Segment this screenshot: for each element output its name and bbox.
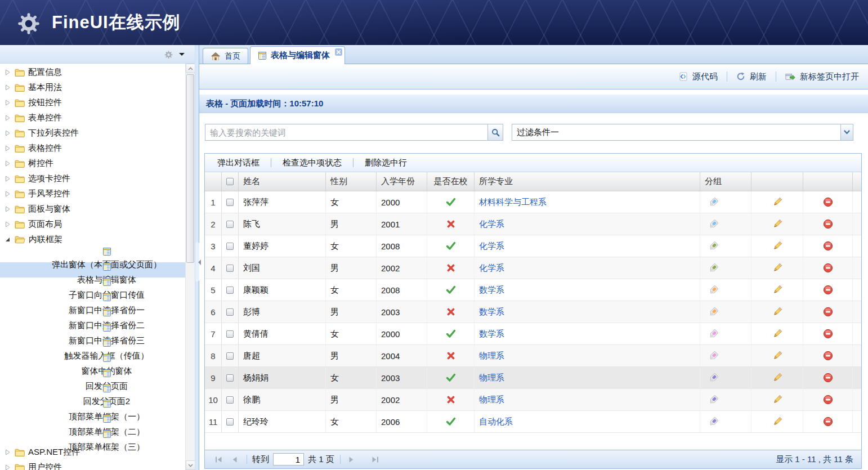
collapse-sidebar-icon[interactable]	[195, 259, 201, 265]
tree-folder-item[interactable]: 表单控件	[0, 110, 185, 126]
source-code-button[interactable]: 源代码	[678, 71, 718, 82]
delete-icon[interactable]	[823, 329, 833, 339]
tree-expander-icon[interactable]	[5, 221, 11, 227]
edit-pencil-icon[interactable]	[772, 284, 783, 296]
tree-folder-item[interactable]: 下拉列表控件	[0, 126, 185, 141]
tree-expander-icon[interactable]	[5, 449, 11, 455]
edit-pencil-icon[interactable]	[772, 416, 783, 427]
prev-page-icon[interactable]	[229, 454, 240, 465]
page-number-input[interactable]	[273, 453, 304, 465]
tree-expander-icon[interactable]	[5, 191, 11, 197]
delete-icon[interactable]	[823, 285, 833, 295]
edit-pencil-icon[interactable]	[772, 196, 783, 208]
settings-gear-icon[interactable]	[164, 50, 173, 59]
scroll-up-icon[interactable]	[186, 64, 195, 73]
major-link[interactable]: 物理系	[479, 395, 504, 405]
tree-expander-icon[interactable]	[5, 145, 11, 151]
delete-icon[interactable]	[823, 263, 833, 273]
major-link[interactable]: 材料科学与工程系	[479, 197, 547, 208]
edit-pencil-icon[interactable]	[772, 240, 783, 252]
row-checkbox[interactable]	[226, 287, 234, 294]
major-link[interactable]: 化学系	[479, 241, 504, 252]
delete-icon[interactable]	[823, 351, 833, 361]
edit-pencil-icon[interactable]	[772, 218, 783, 230]
col-name[interactable]: 姓名	[239, 172, 326, 191]
row-checkbox[interactable]	[226, 352, 234, 360]
tab-home[interactable]: 首页	[203, 48, 248, 64]
settings-caret-icon[interactable]	[179, 53, 185, 59]
tree-folder-item[interactable]: 页面布局	[0, 217, 185, 232]
edit-pencil-icon[interactable]	[772, 350, 783, 361]
delete-icon[interactable]	[823, 219, 833, 229]
major-link[interactable]: 物理系	[479, 373, 504, 383]
row-checkbox[interactable]	[226, 374, 234, 382]
major-link[interactable]: 化学系	[479, 263, 504, 274]
tree-folder-item[interactable]: 面板与窗体	[0, 202, 185, 217]
major-link[interactable]: 数学系	[479, 307, 504, 317]
tree-page-item[interactable]: 弹出窗体（本页面或父页面）	[0, 247, 185, 262]
edit-pencil-icon[interactable]	[772, 394, 783, 405]
refresh-button[interactable]: 刷新	[736, 71, 767, 82]
tree-folder-item[interactable]: 树控件	[0, 156, 185, 171]
next-page-icon[interactable]	[346, 454, 357, 465]
tree-expander-icon[interactable]	[5, 130, 11, 136]
row-checkbox[interactable]	[226, 396, 234, 404]
last-page-icon[interactable]	[370, 454, 381, 465]
tab-grid-edit-window[interactable]: 表格与编辑窗体	[250, 46, 345, 64]
tree-folder-item[interactable]: 基本用法	[0, 80, 185, 95]
row-checkbox[interactable]	[226, 221, 234, 228]
major-link[interactable]: 数学系	[479, 329, 504, 339]
tree-folder-item[interactable]: 表格控件	[0, 141, 185, 156]
tree-folder-item[interactable]: 手风琴控件	[0, 186, 185, 202]
edit-pencil-icon[interactable]	[772, 372, 783, 383]
tree-expander-icon[interactable]	[5, 464, 11, 470]
col-year[interactable]: 入学年份	[377, 172, 427, 191]
tree-expander-icon[interactable]	[5, 84, 11, 91]
chevron-down-icon[interactable]	[840, 124, 853, 140]
major-link[interactable]: 化学系	[479, 219, 504, 230]
tree-folder-item[interactable]: 按钮控件	[0, 95, 185, 110]
col-major[interactable]: 所学专业	[475, 172, 700, 191]
tree-folder-item[interactable]: 内联框架	[0, 232, 185, 247]
scroll-down-icon[interactable]	[186, 460, 195, 470]
filter-dropdown[interactable]: 过滤条件一	[512, 124, 853, 141]
tree-expander-icon[interactable]	[5, 176, 11, 182]
scrollbar-thumb[interactable]	[186, 74, 194, 263]
tree-expander-icon[interactable]	[5, 206, 11, 212]
row-checkbox[interactable]	[226, 330, 234, 338]
delete-icon[interactable]	[823, 417, 833, 427]
edit-pencil-icon[interactable]	[772, 262, 783, 274]
tree-folder-item[interactable]: 配置信息	[0, 65, 185, 80]
row-checkbox[interactable]	[226, 265, 234, 272]
popup-dialog-button[interactable]: 弹出对话框	[212, 158, 265, 168]
check-selection-button[interactable]: 检查选中项状态	[277, 158, 347, 168]
delete-icon[interactable]	[823, 241, 833, 251]
open-new-tab-button[interactable]: 新标签页中打开	[785, 71, 859, 82]
tree-expander-icon[interactable]	[5, 100, 11, 106]
sidebar-scrollbar[interactable]	[185, 64, 195, 470]
major-link[interactable]: 物理系	[479, 351, 504, 361]
tree-expander-icon[interactable]	[5, 236, 11, 243]
col-group[interactable]: 分组	[700, 172, 751, 191]
first-page-icon[interactable]	[213, 454, 224, 465]
tree-expander-icon[interactable]	[5, 69, 11, 75]
edit-pencil-icon[interactable]	[772, 328, 783, 339]
row-checkbox[interactable]	[226, 199, 234, 206]
delete-selected-button[interactable]: 删除选中行	[359, 158, 413, 168]
search-input[interactable]	[205, 124, 488, 141]
col-enrolled[interactable]: 是否在校	[427, 172, 475, 191]
tree-folder-item[interactable]: 选项卡控件	[0, 171, 185, 186]
col-gender[interactable]: 性别	[326, 172, 377, 191]
select-all-checkbox[interactable]	[226, 178, 234, 185]
delete-icon[interactable]	[823, 307, 833, 317]
search-button[interactable]	[487, 124, 503, 141]
close-tab-icon[interactable]	[335, 48, 342, 56]
row-checkbox[interactable]	[226, 308, 234, 316]
tree-expander-icon[interactable]	[5, 115, 11, 121]
major-link[interactable]: 数学系	[479, 285, 504, 296]
row-checkbox[interactable]	[226, 418, 234, 426]
tree-folder-item[interactable]: 用户控件	[0, 460, 185, 470]
row-checkbox[interactable]	[226, 243, 234, 250]
delete-icon[interactable]	[823, 373, 833, 383]
edit-pencil-icon[interactable]	[772, 306, 783, 317]
